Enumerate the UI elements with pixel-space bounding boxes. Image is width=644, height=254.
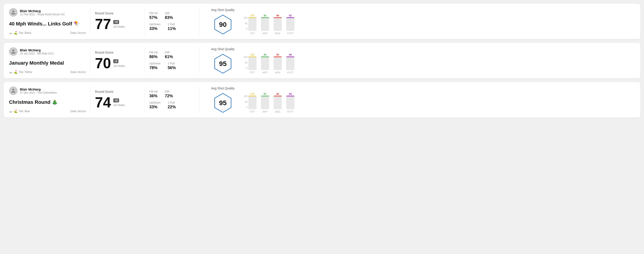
- holes-label: 18 Holes: [113, 64, 125, 68]
- divider-1: [90, 47, 90, 74]
- divider-2: [144, 87, 145, 113]
- bar-x-label-arg: ARG: [275, 110, 280, 113]
- score-badge-column: -218 Holes: [113, 59, 125, 68]
- round-title: January Monthly Medal: [9, 60, 86, 66]
- bar-fill-app: [261, 17, 269, 18]
- divider-2: [144, 8, 145, 35]
- bar-top-val-putt: 82: [289, 14, 292, 17]
- stat-oneputt-label: 1 Putt: [168, 23, 176, 26]
- score-section: Round Score74+218 Holes: [95, 87, 140, 113]
- stat-updown-label: Up/Down: [149, 101, 160, 104]
- bar-chart-area: 100500110OTT87APP95ARG93PUTT: [242, 87, 635, 113]
- bar-fill-putt: [286, 57, 294, 57]
- bar-bg-putt: [286, 17, 294, 31]
- hexagon: 90: [213, 14, 233, 35]
- stat-oneputt-label: 1 Putt: [168, 101, 176, 104]
- user-name: Blair McHarg: [20, 87, 57, 91]
- tee-label: Tee: Blue: [19, 110, 30, 113]
- hexagon: 95: [213, 54, 233, 74]
- hexagon-container: Avg Shot Quality95: [208, 47, 238, 74]
- stat-updown-label: Up/Down: [149, 23, 160, 26]
- bar-fill-ott: [248, 17, 256, 18]
- round-card-round1: Blair McHarg12 Feb 2022 · Royal North De…: [4, 3, 640, 39]
- stat-fwhit-label: FW Hit: [149, 12, 158, 15]
- tee-info: ☁ ⛳ Tee: Black: [9, 31, 31, 35]
- stat-oneputt-value: 22%: [168, 105, 176, 110]
- user-row: Blair McHarg27 Dec 2021 · The Oxfordshir…: [9, 87, 86, 95]
- bag-icon: ⛳: [14, 31, 17, 35]
- avg-shot-quality-label: Avg Shot Quality: [211, 8, 234, 12]
- bar-x-label-ott: OTT: [250, 110, 255, 113]
- stat-updown-value: 33%: [149, 105, 160, 110]
- user-info: Blair McHarg29 Jan 2022 · Mill Ride GCC: [20, 48, 54, 55]
- bar-top-val-ott: 107: [250, 14, 254, 17]
- stat-oneputt: 1 Putt22%: [168, 101, 176, 110]
- y-axis: 100500: [242, 95, 248, 113]
- avg-shot-quality-label: Avg Shot Quality: [211, 47, 234, 51]
- score-label: Round Score: [95, 51, 140, 54]
- tee-label: Tee: Yellow: [19, 70, 32, 74]
- stat-oneputt-value: 11%: [168, 26, 176, 31]
- tee-label: Tee: Black: [19, 31, 31, 34]
- y-axis: 100500: [242, 17, 248, 35]
- y-label-0: 0: [242, 28, 248, 30]
- bar-col-ott: 107OTT: [248, 14, 256, 35]
- stat-fwhit-label: FW Hit: [149, 90, 158, 93]
- y-label-100: 100: [242, 17, 248, 19]
- score-modifier-badge: +5: [113, 20, 119, 24]
- stats-section: FW Hit36%GIR72%Up/Down33%1 Putt22%: [149, 87, 194, 113]
- y-axis: 100500: [242, 56, 248, 74]
- bag-icon: ⛳: [14, 70, 17, 74]
- score-row: 70-218 Holes: [95, 56, 140, 70]
- score-badge-column: +218 Holes: [113, 98, 125, 107]
- score-label: Round Score: [95, 90, 140, 94]
- stat-oneputt-value: 56%: [168, 66, 176, 70]
- bar-col-arg: 98ARG: [274, 14, 282, 35]
- stats-section: FW Hit57%GIR83%Up/Down33%1 Putt11%: [149, 8, 194, 35]
- bar-x-label-ott: OTT: [250, 71, 255, 74]
- bar-top-val-arg: 95: [276, 93, 279, 95]
- data-source: Data: Arccos: [70, 110, 86, 113]
- card-left-section: Blair McHarg12 Feb 2022 · Royal North De…: [9, 8, 86, 35]
- round-title: 40 Mph Winds... Links Golf 🪁: [9, 21, 86, 27]
- y-label-50: 50: [242, 101, 248, 103]
- stat-fwhit-value: 36%: [149, 94, 158, 98]
- user-name: Blair McHarg: [20, 9, 65, 13]
- stats-section: FW Hit86%GIR61%Up/Down78%1 Putt56%: [149, 47, 194, 74]
- data-source: Data: Arccos: [70, 31, 86, 34]
- bars-row: 107OTT95APP98ARG82PUTT: [248, 14, 294, 35]
- bar-bg-ott: [248, 96, 256, 109]
- bar-col-ott: 101OTT: [248, 53, 256, 74]
- score-badge-column: +518 Holes: [113, 20, 125, 28]
- bar-top-val-ott: 110: [250, 93, 254, 95]
- score-big-value: 77: [95, 17, 111, 31]
- bar-col-putt: 99PUTT: [286, 53, 294, 74]
- bar-chart-area: 100500107OTT95APP98ARG82PUTT: [242, 8, 635, 35]
- stat-updown-label: Up/Down: [149, 62, 160, 65]
- stat-gir-value: 72%: [165, 94, 173, 98]
- weather-icon: ☁: [9, 31, 12, 35]
- bar-col-arg: 95ARG: [274, 93, 282, 113]
- stat-fwhit-value: 57%: [149, 15, 158, 20]
- bar-top-val-putt: 99: [289, 53, 292, 56]
- bar-col-putt: 82PUTT: [286, 14, 294, 35]
- stats-row-2: Up/Down33%1 Putt11%: [149, 23, 194, 31]
- round-card-round3: Blair McHarg27 Dec 2021 · The Oxfordshir…: [4, 82, 640, 118]
- bars-row: 110OTT87APP95ARG93PUTT: [248, 93, 294, 113]
- hex-score-value: 90: [219, 21, 226, 28]
- chart-section: Avg Shot Quality90100500107OTT95APP98ARG…: [204, 8, 635, 35]
- card-footer: ☁ ⛳ Tee: Yellow Data: Arccos: [9, 70, 86, 74]
- stat-fwhit: FW Hit86%: [149, 51, 158, 59]
- stat-updown-value: 78%: [149, 66, 160, 70]
- holes-label: 18 Holes: [113, 103, 125, 107]
- user-date: 12 Feb 2022 · Royal North Devon GC: [20, 13, 65, 16]
- user-row: Blair McHarg29 Jan 2022 · Mill Ride GCC: [9, 47, 86, 56]
- bar-x-label-arg: ARG: [275, 71, 280, 74]
- bar-col-ott: 110OTT: [248, 93, 256, 113]
- bar-bg-ott: [248, 57, 256, 70]
- y-label-0: 0: [242, 106, 248, 109]
- stat-gir-label: GIR: [165, 90, 173, 93]
- stats-row-1: FW Hit36%GIR72%: [149, 90, 194, 98]
- stat-gir: GIR72%: [165, 90, 173, 98]
- card-left-section: Blair McHarg29 Jan 2022 · Mill Ride GCCJ…: [9, 47, 86, 74]
